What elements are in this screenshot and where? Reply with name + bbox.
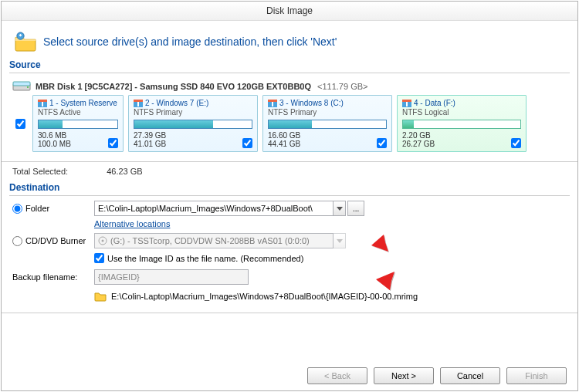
partition-checkbox[interactable]	[242, 138, 252, 148]
partition-icon	[38, 100, 47, 107]
partition-icon	[402, 100, 411, 107]
finish-button: Finish	[506, 367, 567, 384]
partition-title: 4 - Data (F:)	[414, 99, 455, 107]
disk-label: MBR Disk 1 [9C5CA272] - Samsung SSD 840 …	[36, 82, 311, 91]
select-disk-checkbox[interactable]	[15, 119, 25, 129]
partition-icon	[134, 100, 143, 107]
filename-label: Backup filename:	[9, 272, 94, 282]
svg-rect-8	[134, 100, 143, 102]
partition-total: 100.0 MB	[38, 140, 71, 148]
partition-title: 1 - System Reserve	[49, 99, 117, 107]
folder-wizard-icon	[14, 32, 37, 52]
source-label: Source	[9, 59, 570, 73]
partition-total: 44.41 GB	[268, 140, 300, 148]
use-image-id-checkbox[interactable]	[94, 253, 104, 263]
destination-label: Destination	[9, 182, 570, 196]
svg-rect-15	[406, 102, 408, 106]
banner-text: Select source drive(s) and image destina…	[43, 35, 337, 48]
usage-bar	[402, 120, 521, 129]
partition-used: 27.39 GB	[134, 131, 166, 140]
total-selected-value: 46.23 GB	[107, 167, 142, 176]
chevron-down-icon	[337, 207, 343, 211]
cancel-button[interactable]: Cancel	[440, 367, 500, 384]
folder-browse-button[interactable]: ...	[347, 201, 364, 216]
partition-checkbox[interactable]	[108, 138, 118, 148]
svg-rect-11	[268, 100, 277, 102]
divider	[2, 313, 577, 313]
partition-checkbox[interactable]	[511, 138, 521, 148]
folder-radio-label[interactable]: Folder	[9, 204, 94, 214]
partition-fs: NTFS Active	[38, 108, 118, 117]
burner-radio-label[interactable]: CD/DVD Burner	[9, 236, 94, 246]
partition-title: 2 - Windows 7 (E:)	[145, 99, 208, 107]
backup-filename-input	[94, 269, 249, 285]
folder-icon	[94, 291, 107, 302]
next-button[interactable]: Next >	[374, 367, 434, 384]
svg-rect-2	[13, 82, 30, 86]
svg-rect-9	[137, 102, 139, 106]
svg-rect-12	[272, 102, 273, 106]
partition-checkbox[interactable]	[377, 138, 387, 148]
disk-size: <111.79 GB>	[317, 82, 367, 91]
burner-value: (G:) - TSSTcorp, CDDVDW SN-208BB vAS01 (…	[110, 236, 310, 245]
burner-radio[interactable]	[12, 236, 22, 246]
use-image-id-checkbox-label[interactable]: Use the Image ID as the file name. (Reco…	[94, 253, 570, 263]
partition-total: 26.27 GB	[402, 140, 435, 148]
window-title: Disk Image	[2, 2, 577, 21]
svg-rect-6	[42, 102, 43, 106]
usage-bar	[38, 120, 118, 129]
source-box: MBR Disk 1 [9C5CA272] - Samsung SSD 840 …	[9, 78, 570, 155]
partition-card[interactable]: 2 - Windows 7 (E:)NTFS Primary27.39 GB41…	[128, 95, 258, 152]
chevron-down-icon	[337, 239, 343, 243]
partition-used: 2.20 GB	[402, 131, 435, 140]
burner-dropdown-button[interactable]	[334, 233, 346, 248]
partition-title: 3 - Windows 8 (C:)	[279, 99, 344, 107]
partition-used: 30.6 MB	[38, 131, 71, 140]
usage-bar	[134, 120, 252, 129]
folder-path-input[interactable]	[94, 201, 334, 216]
partition-card[interactable]: 3 - Windows 8 (C:)NTFS Primary16.60 GB44…	[262, 95, 392, 152]
partition-card[interactable]: 4 - Data (F:)NTFS Logical2.20 GB26.27 GB	[397, 95, 527, 152]
alternative-locations-link[interactable]: Alternative locations	[94, 219, 570, 228]
partition-fs: NTFS Primary	[268, 108, 387, 117]
disk-icon	[12, 81, 31, 92]
partition-total: 41.01 GB	[134, 140, 166, 148]
partition-used: 16.60 GB	[268, 131, 300, 140]
back-button: < Back	[307, 367, 367, 384]
svg-rect-5	[38, 100, 47, 102]
partition-fs: NTFS Logical	[402, 108, 521, 117]
partition-fs: NTFS Primary	[134, 108, 252, 117]
svg-rect-14	[402, 100, 411, 102]
folder-radio[interactable]	[12, 204, 22, 214]
disc-icon	[98, 236, 107, 245]
folder-dropdown-button[interactable]	[334, 201, 346, 216]
total-selected-label: Total Selected:	[12, 167, 68, 176]
partition-icon	[268, 100, 277, 107]
full-backup-path: E:\Colin-Laptop\Macrium_Images\Windows7+…	[111, 292, 418, 301]
svg-point-3	[27, 86, 29, 88]
svg-point-17	[102, 240, 104, 242]
banner: Select source drive(s) and image destina…	[9, 25, 570, 59]
usage-bar	[268, 120, 387, 129]
partition-card[interactable]: 1 - System ReserveNTFS Active30.6 MB100.…	[32, 95, 124, 152]
